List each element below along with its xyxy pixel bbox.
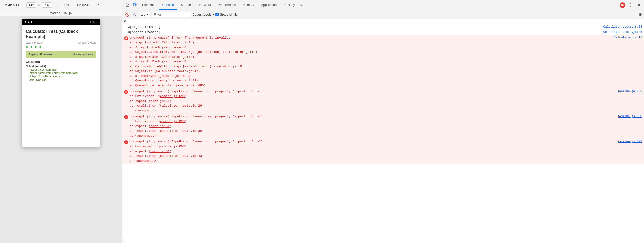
stack-line: at Env.expect (jasmine.js:698): [130, 144, 204, 149]
error-source[interactable]: jasmine.js:698: [617, 140, 642, 143]
stack-link[interactable]: jasmine.js:698: [158, 94, 185, 98]
stack-line: at expect (boot.js:61): [130, 149, 204, 154]
group-similar-label: Group similar: [220, 13, 238, 16]
stack-link[interactable]: jasmine.js:1510: [160, 74, 188, 78]
error-icon: ✕: [124, 115, 128, 119]
stack-link[interactable]: jasmine.js:698: [158, 145, 185, 148]
stack-link[interactable]: Calculator_tests.js:36: [160, 129, 202, 133]
devtools-more-icon[interactable]: ⋮: [627, 2, 634, 8]
error-source[interactable]: jasmine.js:698: [617, 90, 642, 93]
stack-line: at result.then (Calculator_tests.js:29): [130, 103, 204, 108]
spec-item: Integer parameters add: [26, 68, 96, 71]
zoom-label: 100%: [59, 3, 67, 7]
tab-memory[interactable]: Memory: [240, 0, 258, 9]
log-levels-selector[interactable]: Default levels: [192, 13, 214, 16]
stack-link[interactable]: jasmine.js:1485: [175, 84, 204, 87]
stack-link[interactable]: jasmine.js:1498: [168, 79, 196, 82]
svg-rect-1: [134, 3, 135, 6]
dimension-separator: ×: [38, 3, 40, 7]
context-label: top: [141, 13, 145, 16]
console-filter-input[interactable]: [152, 12, 191, 17]
stack-line: at expect (boot.js:61): [130, 124, 204, 129]
more-options-icon[interactable]: ⋮: [114, 2, 120, 8]
jasmine-summary: 4 specs, 0 failures raise exceptions ■: [26, 51, 96, 58]
raise-btn[interactable]: raise exceptions ■: [72, 53, 93, 56]
tab-security[interactable]: Security: [280, 0, 298, 9]
error-source[interactable]: jasmine.js:698: [617, 115, 642, 118]
signal-icon: ▲: [27, 20, 30, 24]
spec-item: Integer parameters | ArrayParameter add: [26, 71, 96, 74]
group-similar-checkbox[interactable]: [216, 13, 219, 16]
device-toolbar: Nexus 5X × 100% Online ⟳ ⋮: [0, 0, 122, 10]
console-source[interactable]: Calculator_tests.js:28: [604, 25, 642, 28]
jasmine-version: Jasmine 2.0.0 Finished in 0.002s: [26, 41, 96, 44]
tab-application[interactable]: Application: [258, 0, 280, 9]
suite-name: Calculator: [26, 60, 96, 64]
separator3: [73, 3, 73, 7]
device-name-label: Nexus 5X: [4, 3, 17, 7]
rotate-icon[interactable]: ⟳: [96, 2, 100, 8]
console-error-4: ✕ Uncaught (in promise) TypeError: Canno…: [122, 139, 644, 164]
stack-line: at Calculator.addition.args [as addition…: [130, 64, 257, 69]
jasmine-suite: Calculator Calculator.add() Integer para…: [26, 60, 96, 81]
tab-sources[interactable]: Sources: [177, 0, 196, 9]
network-dropdown-icon: [87, 3, 89, 7]
stack-link[interactable]: Calculator_tests.js:47: [156, 69, 198, 73]
tab-performance[interactable]: Performance: [214, 0, 239, 9]
stack-link[interactable]: Calculator_tests.js:43: [160, 154, 202, 158]
network-throttle[interactable]: Online: [76, 3, 90, 7]
device-toggle-icon[interactable]: [132, 2, 138, 8]
tab-network[interactable]: Network: [196, 0, 214, 9]
stack-link[interactable]: boot.js:61: [150, 150, 170, 153]
levels-dropdown-icon: [212, 13, 214, 16]
page-title: Calculator Test.(Callback Example): [26, 29, 96, 39]
more-tabs-icon[interactable]: »: [298, 1, 304, 9]
stack-line: at Array.forEach (<anonymous>): [130, 45, 257, 50]
stack-link[interactable]: boot.js:61: [150, 99, 170, 103]
zoom-selector[interactable]: 100%: [58, 3, 70, 7]
stack-line: at Array.forEach (<anonymous>): [130, 59, 257, 64]
status-icons-left: ▾ ▲ ▮: [25, 20, 33, 24]
console-error-2: ✕ Uncaught (in promise) TypeError: Canno…: [122, 89, 644, 114]
context-selector[interactable]: top: [139, 12, 150, 17]
devtools-panel: Elements Console Sources Network Perform…: [122, 0, 644, 243]
stack-link[interactable]: boot.js:61: [150, 124, 170, 128]
width-input[interactable]: [26, 2, 36, 7]
stack-link[interactable]: Calculator.js:10: [225, 50, 255, 54]
error-message: Uncaught (in promise) TypeError: Cannot …: [130, 90, 263, 93]
finished-label: Finished in 0.002s: [74, 41, 96, 44]
clear-console-icon[interactable]: 🚫: [124, 12, 131, 17]
tab-elements[interactable]: Elements: [139, 0, 159, 9]
stack-link[interactable]: Calculator.js:14: [162, 55, 192, 59]
error-source[interactable]: Calculator.js:16: [614, 36, 642, 39]
console-prompt-input[interactable]: [127, 238, 642, 242]
stack-link[interactable]: Calculator.js:10: [211, 65, 242, 68]
stack-link[interactable]: Calculator_tests.js:29: [160, 104, 202, 108]
stack-line: at Object.Calculator.addition.args [as a…: [130, 50, 257, 55]
console-toolbar: 🚫 ⊘ top Default levels Group similar ⚙: [122, 10, 644, 19]
console-prompt[interactable]: ›: [122, 237, 644, 243]
stack-line: at result.then (Calculator_tests.js:36): [130, 129, 204, 133]
inspect-element-icon[interactable]: [124, 2, 131, 8]
device-selector[interactable]: Nexus 5X: [2, 3, 20, 7]
height-input[interactable]: [42, 2, 52, 7]
error-icon: ✕: [124, 140, 128, 144]
console-line-6: 6: [122, 19, 644, 24]
stack-link[interactable]: jasmine.js:698: [158, 120, 185, 123]
stack-line: at QueueRunner.run (jasmine.js:1498): [130, 78, 257, 83]
levels-label: Default levels: [192, 13, 211, 16]
console-source[interactable]: Calculator_tests.js:35: [604, 30, 642, 34]
error-stack: at Env.expect (jasmine.js:698) at expect…: [124, 144, 204, 163]
error-header: 4 Uncaught (in promise) Error: The argum…: [124, 36, 642, 40]
console-settings-icon[interactable]: ⚙: [639, 12, 642, 17]
zoom-dropdown-icon: [68, 3, 69, 7]
tab-console[interactable]: Console: [159, 0, 177, 9]
stop-icon[interactable]: ⊘: [132, 12, 137, 17]
console-output: 6 3[object Promise] Calculator_tests.js:…: [122, 19, 644, 237]
device-dropdown-icon: [18, 3, 19, 7]
console-line-promise1: 3[object Promise] Calculator_tests.js:28: [122, 24, 644, 30]
group-similar-option[interactable]: Group similar: [216, 13, 238, 16]
stack-link[interactable]: Calculator.js:16: [162, 41, 192, 44]
devtools-settings-icon[interactable]: ✕: [636, 2, 642, 8]
stack-line: at <anonymous>: [130, 133, 204, 138]
